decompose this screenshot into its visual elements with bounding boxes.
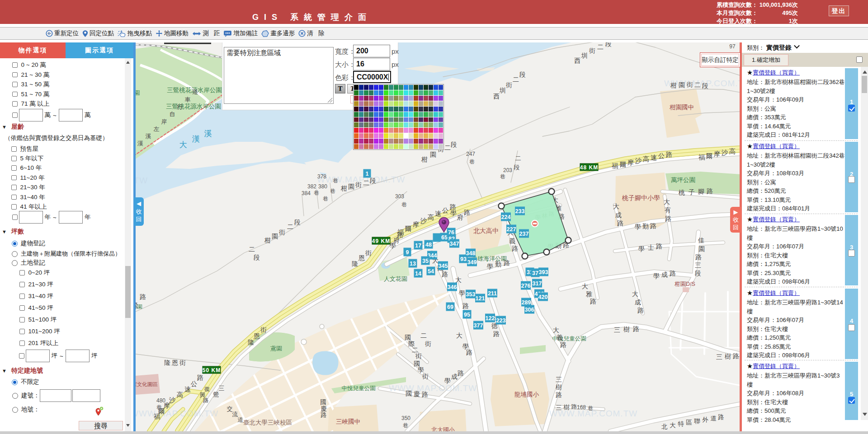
svg-text:17: 17 (415, 243, 421, 249)
svg-text:人文花園: 人文花園 (384, 275, 407, 282)
svg-text:大: 大 (670, 422, 676, 429)
svg-text:園: 園 (679, 81, 685, 89)
svg-text:420: 420 (538, 294, 548, 300)
svg-text:臺北大學三峽校區: 臺北大學三峽校區 (243, 419, 292, 426)
svg-text:巷: 巷 (314, 190, 319, 196)
svg-text:道: 道 (193, 89, 198, 95)
svg-text:中悅兒童公園: 中悅兒童公園 (342, 385, 376, 392)
svg-text:公: 公 (658, 152, 665, 159)
svg-text:柑園D/S: 柑園D/S (675, 281, 695, 287)
svg-text:二: 二 (420, 332, 427, 339)
svg-text:街: 街 (422, 373, 429, 380)
svg-text:街: 街 (179, 359, 186, 366)
svg-text:二: 二 (363, 179, 369, 187)
svg-text:路: 路 (695, 253, 702, 261)
svg-text:爾: 爾 (405, 225, 412, 232)
svg-text:377: 377 (474, 322, 483, 329)
svg-text:學: 學 (444, 377, 451, 384)
svg-text:外: 外 (702, 416, 708, 423)
svg-text:溪: 溪 (204, 129, 212, 138)
svg-text:路: 路 (397, 231, 403, 238)
svg-text:路: 路 (422, 391, 428, 398)
svg-text:柑: 柑 (670, 82, 677, 89)
svg-text:段: 段 (702, 82, 708, 89)
svg-text:巷: 巷 (469, 159, 475, 165)
svg-text:北: 北 (661, 423, 668, 430)
svg-text:巷: 巷 (156, 404, 162, 411)
svg-text:路: 路 (512, 245, 518, 252)
svg-text:學: 學 (450, 210, 457, 217)
svg-text:巷: 巷 (323, 196, 328, 202)
svg-text:速: 速 (651, 154, 657, 161)
svg-text:園: 園 (698, 245, 705, 252)
svg-text:路: 路 (666, 151, 673, 158)
svg-text:街: 街 (589, 47, 595, 54)
svg-text:路: 路 (733, 352, 739, 359)
svg-text:圳: 圳 (581, 52, 588, 59)
svg-text:恩: 恩 (171, 359, 178, 366)
svg-text:路: 路 (464, 209, 470, 216)
svg-text:園: 園 (430, 151, 436, 158)
svg-text:路: 路 (718, 414, 724, 420)
svg-text:沙: 沙 (722, 149, 728, 156)
svg-text:隆: 隆 (164, 359, 170, 366)
svg-text:街: 街 (415, 352, 422, 359)
svg-text:高: 高 (729, 148, 736, 155)
svg-text:二: 二 (249, 246, 255, 253)
svg-text:桃子腳中小學: 桃子腳中小學 (622, 194, 660, 201)
svg-text:道: 道 (710, 415, 717, 422)
svg-text:353: 353 (466, 291, 476, 298)
svg-text:西: 西 (493, 93, 500, 100)
svg-text:路: 路 (637, 307, 644, 314)
svg-text:路: 路 (140, 293, 146, 300)
svg-text:隆: 隆 (352, 260, 358, 267)
svg-text:1: 1 (366, 171, 369, 177)
svg-text:384: 384 (302, 190, 311, 196)
svg-text:溪: 溪 (146, 133, 151, 140)
svg-text:段: 段 (294, 219, 301, 226)
svg-text:柑: 柑 (264, 237, 271, 244)
svg-text:48: 48 (425, 242, 432, 248)
svg-text:276: 276 (521, 283, 531, 289)
svg-text:二: 二 (444, 144, 451, 151)
svg-text:公園: 公園 (136, 303, 142, 310)
svg-text:成: 成 (615, 211, 622, 219)
svg-text:慶: 慶 (414, 390, 420, 397)
svg-text:237: 237 (519, 231, 529, 237)
svg-text:二: 二 (287, 223, 293, 230)
svg-text:二: 二 (515, 155, 521, 162)
svg-text:121: 121 (476, 295, 485, 302)
svg-text:二: 二 (513, 76, 519, 83)
svg-text:227: 227 (507, 226, 516, 233)
svg-text:左: 左 (154, 126, 160, 132)
svg-text:爾: 爾 (706, 152, 713, 159)
svg-text:路: 路 (321, 411, 327, 418)
svg-text:段: 段 (605, 42, 612, 47)
svg-text:摩: 摩 (413, 221, 420, 228)
svg-text:95: 95 (464, 312, 470, 318)
svg-text:公: 公 (442, 207, 449, 214)
svg-text:路: 路 (670, 270, 676, 277)
svg-text:路: 路 (197, 374, 204, 381)
svg-text:義: 義 (509, 237, 515, 244)
svg-text:三: 三 (695, 261, 701, 269)
svg-text:大: 大 (632, 290, 638, 298)
svg-text:93: 93 (460, 256, 467, 262)
svg-text:三鶯桃花源水岸公園: 三鶯桃花源水岸公園 (166, 103, 221, 110)
svg-text:路: 路 (571, 403, 577, 410)
svg-text:學: 學 (459, 289, 465, 297)
svg-text:巷: 巷 (403, 422, 408, 429)
svg-text:福: 福 (612, 162, 618, 169)
svg-text:13: 13 (410, 261, 416, 267)
svg-text:303: 303 (395, 193, 404, 200)
svg-text:9: 9 (406, 249, 409, 256)
svg-text:街: 街 (687, 81, 693, 88)
svg-text:路: 路 (203, 397, 209, 404)
svg-text:成: 成 (661, 271, 668, 278)
svg-text:福: 福 (698, 154, 705, 161)
svg-text:路: 路 (493, 330, 500, 337)
svg-text:柑園國中: 柑園國中 (669, 104, 694, 111)
svg-text:速: 速 (435, 210, 442, 217)
svg-text:義: 義 (557, 334, 563, 341)
svg-text:街: 街 (355, 181, 362, 188)
